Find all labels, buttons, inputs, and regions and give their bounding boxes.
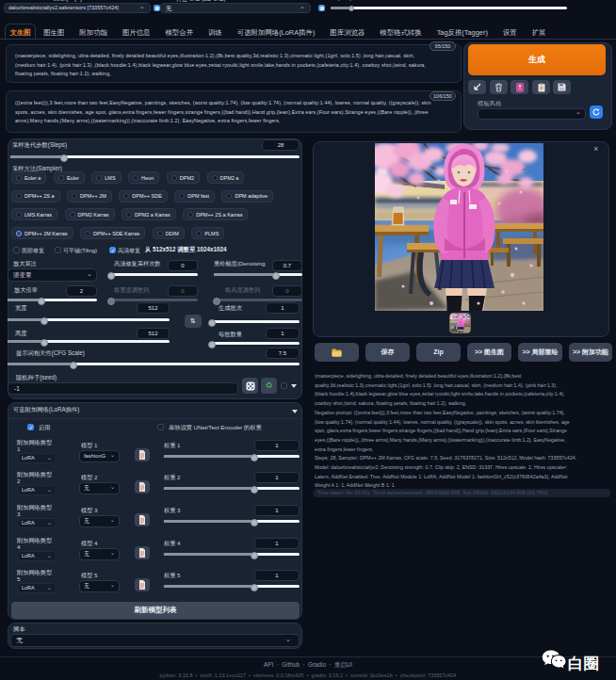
svg-text:白圈: 白圈 (568, 655, 599, 672)
